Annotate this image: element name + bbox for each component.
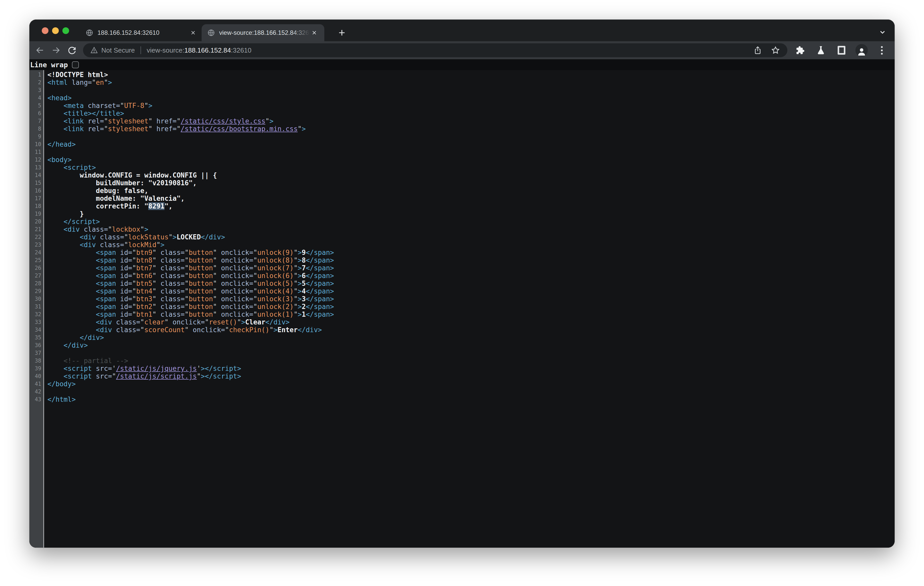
source-token-val: unlock(9) [257,249,294,257]
line-number: 15 [30,179,44,187]
source-token-tag: </span> [306,280,334,287]
source-token-val: btn7 [136,264,152,272]
minimize-window-button[interactable] [52,27,59,34]
source-token-attr: class= [157,249,185,257]
source-token-tag: > [298,280,302,287]
line-wrap-checkbox[interactable] [72,61,79,68]
source-token-q: " [185,272,189,280]
source-token-attr: onclick= [217,311,253,318]
source-token-attr: id= [116,257,132,264]
share-icon[interactable] [753,46,762,54]
source-token-q: " [213,311,217,318]
line-number: 22 [30,233,44,241]
tab-search-chevron-icon[interactable] [879,28,886,36]
source-line: 27 <span id="btn6" class="button" onclic… [30,272,894,280]
tab-main-page[interactable]: 188.166.152.84:32610 [81,24,201,41]
source-line: 10</head> [30,140,894,148]
source-link[interactable]: /static/css/bootstrap.min.css [181,125,298,133]
close-tab-icon[interactable] [310,28,318,37]
source-token-attr: class= [157,272,185,280]
source-token-q: " [132,287,136,295]
source-token-q: " [132,257,136,264]
source-token-tag: <link [48,117,84,125]
tab-view-source[interactable]: view-source:188.166.152.84:32610 [201,24,324,41]
source-token-txt: 5 [302,280,306,287]
source-token-attr: onclick= [217,249,253,257]
source-token-tag: > [298,295,302,303]
source-token-tag: <link [48,125,84,133]
source-token-q: " [132,264,136,272]
source-token-val: btn2 [136,303,152,311]
source-token-attr: src= [92,365,112,372]
source-token-txt: 9 [302,249,306,257]
source-line: 22 <div class="lockStatus">LOCKED</div> [30,233,894,241]
source-token-tag: </div> [48,341,88,349]
source-token-attr: onclick= [217,264,253,272]
source-token-q: " [213,272,217,280]
zoom-window-button[interactable] [63,27,69,34]
extensions-puzzle-icon[interactable] [794,44,807,57]
source-token-attr: onclick= [168,318,205,326]
source-token-attr: class= [157,264,185,272]
source-token-q: " [213,303,217,311]
security-chip[interactable]: Not Secure [90,46,135,54]
source-token-q: " [132,249,136,257]
source-token-q: ' [112,365,116,372]
source-token-tag: ></script> [201,365,241,372]
url-host: 188.166.152.84 [184,46,231,54]
source-token-sel: 8291 [148,202,165,210]
profile-avatar[interactable] [855,44,868,56]
source-link[interactable]: /static/css/style.css [181,117,266,125]
source-token-tag: > [241,318,245,326]
address-bar[interactable]: Not Secure view-source:188.166.152.84:32… [83,43,787,57]
new-tab-button[interactable] [335,24,349,41]
sidebar-panel-icon[interactable] [835,44,848,57]
line-number: 18 [30,202,44,210]
omnibox-divider [140,46,141,54]
source-token-txt: correctPin: " [48,202,148,210]
source-token-txt: 7 [302,264,306,272]
source-token-val: unlock(5) [257,280,294,287]
source-token-q: " [269,326,274,334]
line-number: 21 [30,226,44,233]
line-number: 5 [30,102,44,110]
line-number: 2 [30,79,44,86]
close-window-button[interactable] [42,27,48,34]
flask-icon[interactable] [814,44,828,57]
source-token-attr: class= [96,241,124,249]
close-tab-icon[interactable] [189,28,198,37]
line-number: 30 [30,295,44,303]
source-token-q: " [253,303,257,311]
source-token-val: button [189,264,213,272]
source-line: 32 <span id="btn1" class="button" onclic… [30,311,894,318]
line-number: 42 [30,388,44,395]
source-token-txt: 6 [302,272,306,280]
source-token-tag: </span> [306,249,334,257]
source-line: 35 </div> [30,334,894,341]
back-button[interactable] [32,42,48,58]
source-line: 12<body> [30,156,894,164]
menu-kebab-icon[interactable] [875,44,888,57]
reload-button[interactable] [64,42,80,58]
source-token-attr: charset= [84,102,120,110]
source-token-q: " [152,257,157,264]
source-line: 4<head> [30,94,894,102]
forward-button[interactable] [48,42,64,58]
source-link[interactable]: /static/js/script.js [116,372,197,380]
source-token-tag: </span> [306,272,334,280]
source-token-q: " [185,326,189,334]
source-line: 28 <span id="btn5" class="button" onclic… [30,280,894,287]
source-line: 29 <span id="btn4" class="button" onclic… [30,287,894,295]
source-token-val: button [189,280,213,287]
bookmark-star-icon[interactable] [771,46,780,55]
source-line: 25 <span id="btn8" class="button" onclic… [30,257,894,264]
source-token-tag: > [298,287,302,295]
source-token-attr: class= [157,303,185,311]
source-link[interactable]: /static/js/jquery.js [116,365,197,372]
source-token-tag: > [274,326,278,334]
warning-icon [90,46,98,54]
source-token-tag: <span [48,264,116,272]
source-token-tag: > [302,125,306,133]
source-token-tag: </script> [48,218,100,226]
line-number: 9 [30,133,44,140]
